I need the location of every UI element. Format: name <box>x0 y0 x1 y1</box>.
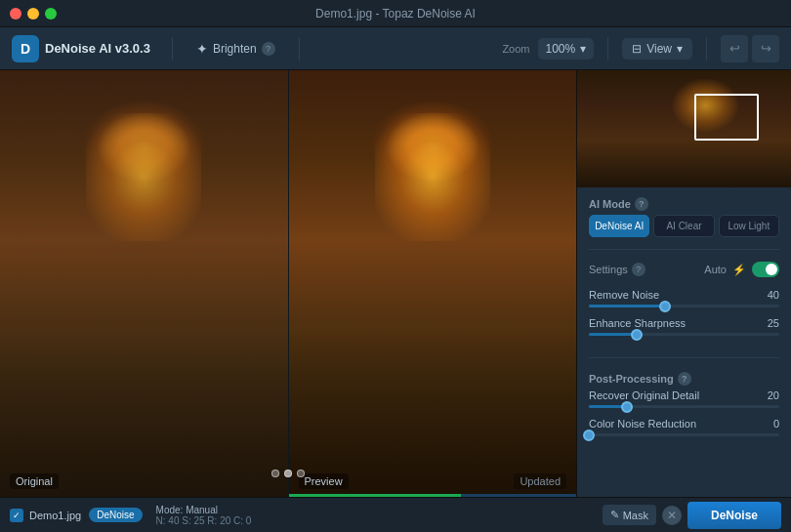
thumbnail-area <box>577 70 791 187</box>
ai-mode-section: AI Mode ? DeNoise AI AI Clear Low Light <box>589 197 779 237</box>
recover-detail-header: Recover Original Detail 20 <box>589 389 779 401</box>
ai-mode-label: AI Mode ? <box>589 197 779 211</box>
brighten-button[interactable]: ✦ Brighten ? <box>187 36 285 61</box>
post-processing-help-icon[interactable]: ? <box>678 372 691 386</box>
view-icon: ⊟ <box>632 42 642 56</box>
sun-icon: ✦ <box>196 41 208 57</box>
color-noise-header: Color Noise Reduction 0 <box>589 418 779 430</box>
settings-help-icon[interactable]: ? <box>632 263 645 276</box>
remove-noise-slider-row: Remove Noise 40 <box>589 289 779 307</box>
denoise-tag: DeNoise <box>89 508 142 522</box>
post-processing-label: Post-Processing ? <box>589 372 779 386</box>
recover-detail-label: Recover Original Detail <box>589 389 699 401</box>
chevron-down-icon-2: ▾ <box>677 42 683 56</box>
mode-details: N: 40 S: 25 R: 20 C: 0 <box>156 515 252 526</box>
settings-right: Auto ⚡ <box>704 262 779 277</box>
process-button[interactable]: DeNoise <box>687 502 781 529</box>
mask-button[interactable]: ✎ Mask <box>603 505 656 525</box>
ai-mode-help-icon[interactable]: ? <box>635 197 648 211</box>
color-noise-thumb[interactable] <box>583 430 595 441</box>
auto-toggle[interactable] <box>752 262 779 277</box>
remove-noise-thumb[interactable] <box>659 301 671 312</box>
nav-dot-1[interactable] <box>271 470 279 477</box>
color-noise-slider-row: Color Noise Reduction 0 <box>589 418 779 436</box>
undo-button[interactable]: ↩ <box>721 35 748 62</box>
remove-noise-header: Remove Noise 40 <box>589 289 779 301</box>
enhance-sharpness-fill <box>589 333 637 336</box>
bottom-bar: ✓ Demo1.jpg DeNoise Mode: Manual N: 40 S… <box>0 497 791 532</box>
settings-label: Settings ? <box>589 263 645 276</box>
recover-detail-slider-row: Recover Original Detail 20 <box>589 389 779 408</box>
enhance-sharpness-slider-row: Enhance Sharpness 25 <box>589 317 779 336</box>
remove-noise-value: 40 <box>768 289 779 301</box>
remove-noise-fill <box>589 305 665 307</box>
chevron-down-icon: ▾ <box>580 42 586 56</box>
titlebar: Demo1.jpg - Topaz DeNoise AI <box>0 0 791 27</box>
separator-3 <box>607 37 608 61</box>
settings-section: Settings ? Auto ⚡ <box>589 262 779 277</box>
enhance-sharpness-label: Enhance Sharpness <box>589 317 686 329</box>
ai-clear-button[interactable]: AI Clear <box>653 215 714 237</box>
enhance-sharpness-value: 25 <box>768 317 779 329</box>
settings-row: Settings ? Auto ⚡ <box>589 262 779 277</box>
lightning-icon: ⚡ <box>732 264 746 276</box>
nav-dot-2[interactable] <box>284 470 292 477</box>
remove-noise-track[interactable] <box>589 305 779 307</box>
nav-dot-3[interactable] <box>297 470 305 477</box>
ai-mode-buttons: DeNoise AI AI Clear Low Light <box>589 215 779 237</box>
original-label: Original <box>10 473 59 489</box>
close-button[interactable] <box>10 8 21 20</box>
denoise-ai-button[interactable]: DeNoise AI <box>589 215 649 237</box>
toolbar: D DeNoise AI v3.0.3 ✦ Brighten ? Zoom 10… <box>0 27 791 70</box>
enhance-sharpness-track[interactable] <box>589 333 779 336</box>
progress-fill <box>289 494 462 497</box>
updated-label: Updated <box>514 473 566 489</box>
recover-detail-track[interactable] <box>589 405 779 408</box>
preview-label: Preview <box>299 473 349 489</box>
zoom-label: Zoom <box>502 43 529 55</box>
x-icon: ✕ <box>667 509 677 522</box>
redo-button[interactable]: ↪ <box>752 35 779 62</box>
undo-redo-group: ↩ ↪ <box>721 35 779 62</box>
traffic-lights <box>10 8 57 20</box>
nav-dots <box>271 470 305 477</box>
enhance-sharpness-thumb[interactable] <box>631 329 643 341</box>
mode-info-block: Mode: Manual N: 40 S: 25 R: 20 C: 0 <box>154 505 252 526</box>
color-noise-value: 0 <box>773 418 779 430</box>
logo-icon: D <box>12 35 39 62</box>
preview-image <box>289 70 577 497</box>
close-file-button[interactable]: ✕ <box>662 506 682 525</box>
post-processing-section: Post-Processing ? Recover Original Detai… <box>589 372 779 446</box>
recover-detail-thumb[interactable] <box>621 401 633 413</box>
preview-panel: Preview Updated <box>288 70 577 497</box>
low-light-button[interactable]: Low Light <box>719 215 779 237</box>
maximize-button[interactable] <box>45 8 57 20</box>
separator-1 <box>172 37 173 61</box>
divider-1 <box>589 249 779 250</box>
separator-4 <box>706 37 707 61</box>
right-panel: AI Mode ? DeNoise AI AI Clear Low Light <box>576 70 791 497</box>
original-panel: Original <box>0 70 288 497</box>
view-button[interactable]: ⊟ View ▾ <box>622 38 692 60</box>
color-noise-track[interactable] <box>589 433 779 436</box>
app-name: DeNoise AI v3.0.3 <box>45 41 150 56</box>
app-logo: D DeNoise AI v3.0.3 <box>12 35 150 62</box>
brush-icon: ✎ <box>610 509 619 521</box>
filename: Demo1.jpg <box>29 510 81 521</box>
file-checkbox[interactable]: ✓ <box>10 509 23 522</box>
image-area: Original Preview Updated <box>0 70 576 497</box>
color-noise-label: Color Noise Reduction <box>589 418 696 430</box>
brighten-help-icon[interactable]: ? <box>262 42 275 56</box>
redo-icon: ↪ <box>761 41 771 56</box>
enhance-sharpness-header: Enhance Sharpness 25 <box>589 317 779 329</box>
minimize-button[interactable] <box>27 8 39 20</box>
toolbar-right: Zoom 100% ▾ ⊟ View ▾ ↩ ↪ <box>502 35 779 62</box>
main-content: Original Preview Updated <box>0 70 791 497</box>
zoom-control[interactable]: 100% ▾ <box>538 38 595 60</box>
controls-area: AI Mode ? DeNoise AI AI Clear Low Light <box>577 187 791 497</box>
remove-noise-label: Remove Noise <box>589 289 659 301</box>
recover-detail-value: 20 <box>768 389 779 401</box>
bottom-right: ✎ Mask ✕ DeNoise <box>603 502 781 529</box>
original-image <box>0 70 288 497</box>
auto-label: Auto <box>704 264 727 275</box>
